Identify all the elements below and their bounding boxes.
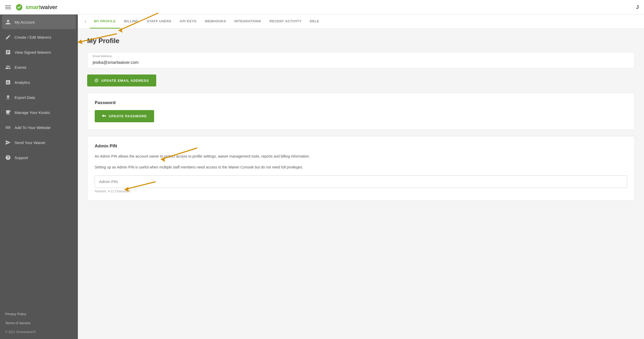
- email-label: Email Address: [93, 55, 112, 58]
- link-icon: [5, 125, 11, 130]
- page-title: My Profile: [87, 37, 635, 45]
- admin-pin-description-1: An Admin PIN allows the account owner to…: [95, 153, 627, 159]
- sidebar-item-create-edit-waivers[interactable]: Create / Edit Waivers: [0, 30, 78, 45]
- tab-api-keys[interactable]: API KEYS: [176, 15, 201, 29]
- update-password-button[interactable]: UPDATE PASSWORD: [95, 110, 154, 122]
- top-header: smartwaiver J: [0, 0, 644, 15]
- sidebar-item-manage-kiosks[interactable]: Manage Your Kiosks: [0, 105, 78, 120]
- header-left: smartwaiver: [5, 3, 57, 11]
- email-section: Email Address: [87, 52, 635, 68]
- email-field-wrapper: Email Address: [87, 52, 634, 68]
- sidebar: My Account Create / Edit Waivers View Si…: [0, 15, 78, 339]
- tab-recent-activity[interactable]: RECENT ACTIVITY: [265, 15, 306, 29]
- tab-billing[interactable]: BILLING: [120, 15, 143, 29]
- sidebar-label-send-waiver: Send Your Waiver: [15, 140, 46, 145]
- sidebar-label-events: Events: [15, 65, 26, 70]
- update-email-button[interactable]: @ UPDATE EMAIL ADDRESS: [87, 74, 156, 86]
- send-icon: [5, 140, 11, 145]
- admin-pin-hint: Numeric, 4-12 Characters: [95, 189, 627, 193]
- admin-pin-label: Admin PIN: [95, 144, 627, 149]
- hamburger-icon[interactable]: [5, 5, 11, 9]
- sidebar-label-create-edit: Create / Edit Waivers: [15, 35, 51, 39]
- logo-icon: [15, 3, 23, 11]
- page-content: My Profile Email Address @ UPDATE EMAIL …: [78, 29, 644, 339]
- main-layout: My Account Create / Edit Waivers View Si…: [0, 15, 644, 339]
- sidebar-label-add-website: Add To Your Website: [15, 125, 51, 130]
- receipt-icon: [5, 49, 11, 55]
- tab-my-profile[interactable]: MY PROFILE: [90, 15, 120, 29]
- admin-pin-section: Admin PIN An Admin PIN allows the accoun…: [87, 136, 635, 201]
- admin-pin-input-wrapper: [95, 175, 627, 188]
- sidebar-item-view-signed-waivers[interactable]: View Signed Waivers: [0, 45, 78, 60]
- tab-webhooks[interactable]: WEBHOOKS: [201, 15, 230, 29]
- sidebar-item-analytics[interactable]: Analytics: [0, 75, 78, 90]
- admin-pin-input[interactable]: [99, 179, 623, 184]
- tab-staff-users[interactable]: STAFF USERS: [143, 15, 176, 29]
- update-password-label: UPDATE PASSWORD: [109, 114, 147, 118]
- tabs-bar: ‹ MY PROFILE BILLING STAFF USERS API KEY…: [78, 15, 644, 29]
- sidebar-label-support: Support: [15, 155, 28, 160]
- tab-dele[interactable]: DELE: [306, 15, 324, 29]
- copyright: © 2021 Smartwaiver®: [0, 328, 78, 336]
- kiosk-icon: [5, 110, 11, 115]
- sidebar-label-export: Export Data: [15, 95, 35, 100]
- download-icon: [5, 94, 11, 100]
- help-icon: [5, 155, 11, 160]
- sidebar-item-my-account[interactable]: My Account: [2, 15, 76, 29]
- edit-icon: [5, 34, 11, 40]
- sidebar-item-send-waiver[interactable]: Send Your Waiver: [0, 135, 78, 150]
- sidebar-label-view-signed: View Signed Waivers: [15, 50, 51, 55]
- logo-text: smartwaiver: [25, 4, 57, 11]
- update-email-label: UPDATE EMAIL ADDRESS: [101, 79, 149, 83]
- password-section: Password UPDATE PASSWORD: [87, 93, 635, 130]
- key-icon: [102, 114, 106, 119]
- at-icon: @: [94, 78, 99, 83]
- content-area: ‹ MY PROFILE BILLING STAFF USERS API KEY…: [78, 15, 644, 339]
- chart-icon: [5, 79, 11, 85]
- tab-integrations[interactable]: INTEGRATIONS: [230, 15, 265, 29]
- sidebar-item-support[interactable]: Support: [0, 150, 78, 165]
- sidebar-item-events[interactable]: Events: [0, 60, 78, 75]
- sidebar-item-add-to-website[interactable]: Add To Your Website: [0, 120, 78, 135]
- user-initial[interactable]: J: [636, 4, 639, 10]
- logo: smartwaiver: [15, 3, 57, 11]
- tab-back-button[interactable]: ‹: [82, 15, 89, 28]
- privacy-policy-link[interactable]: Privacy Policy: [0, 309, 78, 318]
- terms-of-service-link[interactable]: Terms of Service: [0, 318, 78, 328]
- email-input[interactable]: [93, 57, 629, 65]
- sidebar-item-export-data[interactable]: Export Data: [0, 90, 78, 105]
- person-icon: [5, 19, 11, 25]
- sidebar-label-analytics: Analytics: [15, 80, 30, 85]
- password-label: Password: [95, 100, 627, 105]
- sidebar-bottom: Privacy Policy Terms of Service © 2021 S…: [0, 307, 78, 339]
- sidebar-label-kiosks: Manage Your Kiosks: [15, 110, 50, 115]
- people-icon: [5, 64, 11, 70]
- sidebar-label-my-account: My Account: [15, 20, 35, 24]
- admin-pin-description-2: Setting up an Admin PIN is useful when m…: [95, 164, 627, 170]
